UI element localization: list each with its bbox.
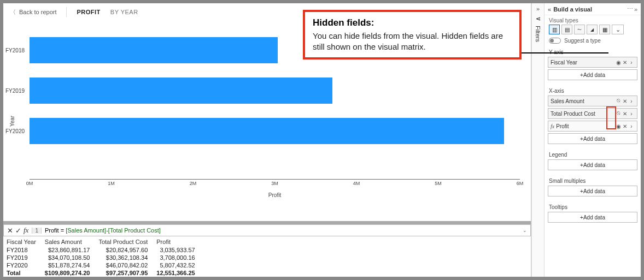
- remove-field-icon[interactable]: ✕: [622, 59, 628, 65]
- field-well-tooltips: Tooltips +Add data: [548, 202, 637, 225]
- formula-line-number: 1: [32, 228, 42, 234]
- cancel-formula-icon[interactable]: ✕: [7, 227, 13, 235]
- axis-tick: 2M: [190, 181, 197, 186]
- field-pill[interactable]: Sales Amount⦰✕›: [548, 96, 637, 106]
- axis-tick: 5M: [435, 181, 442, 186]
- add-data-xaxis[interactable]: +Add data: [548, 133, 637, 144]
- field-well-xaxis: X-axis Sales Amount⦰✕›Total Product Cost…: [548, 86, 637, 146]
- field-menu-icon[interactable]: ›: [628, 98, 635, 104]
- filters-label: Filters: [535, 26, 541, 42]
- table-row[interactable]: FY2019$34,070,108.50$30,362,108.343,708,…: [5, 254, 203, 261]
- visual-type-line[interactable]: [574, 25, 585, 34]
- expand-formula-icon[interactable]: ⌄: [523, 228, 527, 233]
- axis-tick: 4M: [353, 181, 360, 186]
- column-header[interactable]: Fiscal Year: [5, 237, 44, 246]
- table-total-row: Total$109,809,274.20$97,257,907.9512,551…: [5, 269, 203, 277]
- visual-type-column[interactable]: [561, 25, 572, 34]
- visible-icon[interactable]: ◉: [615, 123, 622, 129]
- hidden-icon[interactable]: ⦰: [615, 110, 622, 117]
- field-menu-icon[interactable]: ›: [628, 123, 635, 129]
- bar-category: FY2018: [5, 47, 30, 53]
- bar[interactable]: [30, 118, 504, 144]
- bar-category: FY2019: [5, 88, 30, 94]
- expand-filters-icon[interactable]: »: [536, 5, 540, 12]
- funnel-icon: ⋖: [536, 15, 541, 22]
- y-axis-label: Year: [9, 115, 15, 126]
- x-axis-label: Profit: [30, 192, 520, 198]
- axis-tick: 6M: [517, 181, 524, 186]
- add-data-yaxis[interactable]: +Add data: [548, 69, 637, 80]
- divider: [66, 7, 67, 17]
- field-pill[interactable]: Fiscal Year◉✕›: [548, 57, 637, 68]
- table-row[interactable]: FY2020$51,878,274.54$46,070,842.025,807,…: [5, 261, 203, 269]
- field-menu-icon[interactable]: ›: [628, 111, 635, 117]
- table-row[interactable]: FY2018$23,860,891.17$20,824,957.603,035,…: [5, 246, 203, 254]
- commit-formula-icon[interactable]: ✓: [15, 227, 21, 235]
- expand-pane-icon[interactable]: »: [634, 6, 637, 13]
- back-to-report-button[interactable]: 〈 Back to report: [10, 8, 56, 16]
- add-data-tooltips[interactable]: +Add data: [548, 212, 637, 223]
- axis-tick: 3M: [271, 181, 278, 186]
- bar-category: FY2020: [5, 128, 30, 134]
- field-name: Fiscal Year: [551, 59, 615, 65]
- suggest-label: Suggest a type: [564, 38, 601, 44]
- filters-pane-collapsed[interactable]: » ⋖ Filters: [531, 3, 545, 277]
- field-pill[interactable]: fxProfit◉✕›: [548, 121, 637, 132]
- formula-text[interactable]: Profit = [Sales Amount]-[Total Product C…: [42, 227, 161, 234]
- field-well-legend: Legend +Add data: [548, 150, 637, 172]
- remove-field-icon[interactable]: ✕: [622, 98, 628, 104]
- field-name: Profit: [556, 123, 615, 129]
- remove-field-icon[interactable]: ✕: [622, 111, 628, 117]
- axis-tick: 0M: [26, 181, 33, 186]
- hidden-icon[interactable]: ⦰: [615, 98, 622, 104]
- column-header[interactable]: Sales Amount: [44, 237, 98, 246]
- remove-field-icon[interactable]: ✕: [622, 123, 628, 129]
- suggest-type-toggle[interactable]: [549, 38, 561, 44]
- back-label: Back to report: [19, 9, 56, 15]
- breadcrumb-current[interactable]: PROFIT: [77, 9, 100, 15]
- add-data-legend[interactable]: +Add data: [548, 159, 637, 170]
- bar[interactable]: [30, 37, 278, 63]
- field-name: Total Product Cost: [551, 111, 615, 117]
- column-header[interactable]: Profit: [155, 237, 202, 246]
- add-data-small-multiples[interactable]: +Add data: [548, 186, 637, 196]
- formula-bar[interactable]: ✕ ✓ fx 1 Profit = [Sales Amount]-[Total …: [3, 224, 531, 236]
- fx-icon[interactable]: fx: [24, 226, 28, 235]
- visual-types-expand[interactable]: ⌄: [612, 25, 624, 34]
- build-visual-pane: « Build a visual ⋯ » Visual types ⌄ Sugg…: [545, 3, 641, 277]
- collapse-pane-icon[interactable]: «: [548, 6, 551, 13]
- callout-heading: Hidden fields:: [313, 17, 512, 28]
- breadcrumb-secondary[interactable]: BY YEAR: [110, 9, 138, 15]
- field-name: Sales Amount: [551, 98, 615, 104]
- visual-type-table[interactable]: [599, 25, 610, 34]
- pane-title: Build a visual: [553, 6, 592, 13]
- callout-body: You can hide fields from the visual. Hid…: [313, 31, 512, 52]
- field-pill[interactable]: Total Product Cost⦰✕›: [548, 108, 637, 119]
- visual-type-area[interactable]: [587, 25, 598, 34]
- visual-type-bar[interactable]: [549, 25, 560, 34]
- data-matrix[interactable]: Fiscal YearSales AmountTotal Product Cos…: [5, 237, 203, 277]
- more-options-icon[interactable]: ⋯: [627, 5, 633, 13]
- field-menu-icon[interactable]: ›: [628, 59, 635, 65]
- axis-tick: 1M: [108, 181, 115, 186]
- annotation-callout: Hidden fields: You can hide fields from …: [303, 10, 522, 59]
- annotation-connector: [518, 52, 608, 53]
- measure-icon: fx: [551, 123, 556, 129]
- bar[interactable]: [30, 78, 332, 104]
- visible-icon[interactable]: ◉: [615, 59, 622, 65]
- chevron-left-icon: 〈: [10, 8, 16, 16]
- visual-types-label: Visual types: [545, 15, 641, 25]
- field-well-small-multiples: Small multiples +Add data: [548, 176, 637, 199]
- column-header[interactable]: Total Product Cost: [97, 237, 155, 246]
